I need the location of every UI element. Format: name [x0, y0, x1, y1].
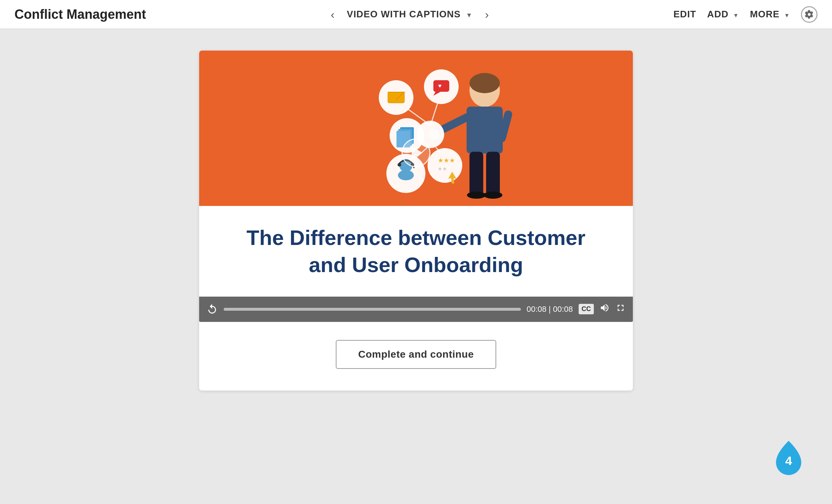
svg-text:★★★: ★★★ [438, 157, 455, 164]
svg-point-8 [484, 191, 502, 199]
more-button[interactable]: MORE ▼ [750, 9, 790, 20]
nav-actions: EDIT ADD ▼ MORE ▼ [673, 6, 818, 23]
svg-point-24 [398, 163, 401, 167]
badge-container: 4 [774, 439, 803, 475]
more-dropdown-icon: ▼ [784, 12, 790, 18]
badge-drop-icon: 4 [774, 439, 803, 475]
add-label: ADD [707, 9, 729, 20]
svg-rect-6 [486, 152, 500, 195]
add-button[interactable]: ADD ▼ [707, 9, 739, 20]
time-display: 00:08 | 00:08 [527, 305, 573, 314]
settings-button[interactable] [801, 6, 818, 23]
video-title-line1: The Difference between Customer [246, 226, 586, 249]
section-label: VIDEO WITH CAPTIONS ▼ [347, 9, 473, 20]
svg-point-7 [467, 191, 486, 199]
add-dropdown-icon: ▼ [733, 12, 739, 18]
svg-rect-12 [388, 92, 404, 103]
video-title: The Difference between Customer and User… [221, 224, 611, 279]
svg-rect-5 [469, 152, 483, 195]
play-button[interactable] [402, 138, 430, 167]
complete-btn-area: Complete and continue [199, 340, 633, 369]
svg-rect-2 [467, 107, 503, 154]
gear-icon [805, 10, 814, 19]
prev-arrow[interactable]: ‹ [326, 6, 340, 23]
section-label-text: VIDEO WITH CAPTIONS [347, 9, 461, 20]
nav-center: ‹ VIDEO WITH CAPTIONS ▼ › [146, 6, 673, 23]
cc-button[interactable]: CC [579, 304, 594, 314]
video-illustration: ♥ ★★★ ★★ [199, 51, 633, 206]
progress-bar[interactable] [224, 308, 521, 311]
video-card: ♥ ★★★ ★★ [199, 51, 633, 391]
edit-button[interactable]: EDIT [673, 9, 696, 20]
fullscreen-icon [616, 303, 626, 313]
video-thumbnail[interactable]: ♥ ★★★ ★★ [199, 51, 633, 206]
top-nav: Conflict Management ‹ VIDEO WITH CAPTION… [0, 0, 832, 29]
progress-fill [224, 308, 521, 311]
svg-point-27 [428, 148, 462, 183]
video-title-area: The Difference between Customer and User… [199, 206, 633, 289]
svg-text:★★: ★★ [438, 166, 447, 172]
complete-continue-button[interactable]: Complete and continue [336, 340, 496, 369]
replay-icon [206, 303, 218, 315]
svg-point-1 [469, 73, 500, 93]
svg-text:♥: ♥ [438, 83, 442, 89]
section-dropdown-icon[interactable]: ▼ [466, 12, 473, 19]
volume-icon [600, 303, 610, 313]
badge-number: 4 [785, 454, 792, 468]
next-arrow[interactable]: › [480, 6, 494, 23]
fullscreen-button[interactable] [616, 303, 626, 315]
svg-point-23 [398, 170, 414, 180]
volume-button[interactable] [600, 303, 610, 315]
replay-button[interactable] [206, 303, 218, 315]
course-title: Conflict Management [14, 7, 146, 22]
video-title-line2: and User Onboarding [309, 253, 523, 276]
main-content: ♥ ★★★ ★★ [0, 29, 832, 504]
video-controls: 00:08 | 00:08 CC [199, 297, 633, 322]
more-label: MORE [750, 9, 780, 20]
progress-badge: 4 [774, 439, 803, 475]
